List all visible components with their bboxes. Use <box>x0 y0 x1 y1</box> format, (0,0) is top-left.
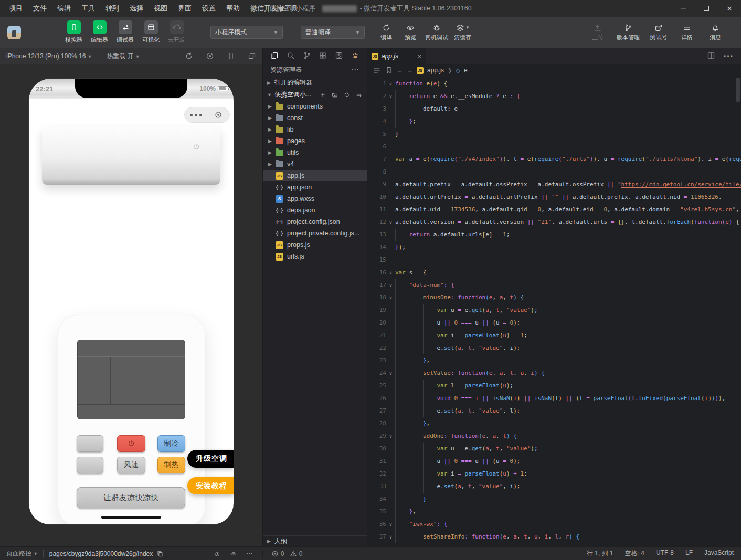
multiwindow-icon[interactable] <box>248 52 256 60</box>
menu-item[interactable]: 界面 <box>173 2 196 15</box>
chevron-right-icon[interactable]: ▶ <box>268 150 275 155</box>
fold-icon[interactable]: ∨ <box>386 292 395 304</box>
code-line[interactable]: 3default: e <box>367 103 741 115</box>
fold-icon[interactable]: ∨ <box>386 266 395 279</box>
status-cursor-position[interactable]: 行 1, 列 1 <box>587 549 613 558</box>
fold-icon[interactable]: ∨ <box>386 531 395 543</box>
editor-scrollbar[interactable] <box>735 77 740 546</box>
minimize-button[interactable]: ─ <box>672 0 695 17</box>
chevron-right-icon[interactable]: ▶ <box>268 104 275 109</box>
tree-file-props.js[interactable]: JSprops.js <box>263 239 367 251</box>
new-file-icon[interactable] <box>319 91 326 99</box>
code-line[interactable]: 30var u = e.get(a, t, "value"); <box>367 443 741 455</box>
outline-section[interactable]: ▶ 大纲 <box>263 535 367 546</box>
maximize-button[interactable] <box>695 0 718 17</box>
code-line[interactable]: 34} <box>367 493 741 505</box>
menu-item[interactable]: 微信开发者工具 <box>246 2 303 15</box>
close-tab-icon[interactable]: × <box>417 52 421 60</box>
code-line[interactable]: 33e.set(a, t, "value", i); <box>367 480 741 493</box>
status-language-mode[interactable]: JavaScript <box>704 549 734 558</box>
menu-item[interactable]: 视图 <box>149 2 172 15</box>
tree-file-app.json[interactable]: {··}app.json <box>263 181 367 193</box>
menu-item[interactable]: 帮助 <box>221 2 245 15</box>
code-line[interactable]: 21var i = parseFloat(u) - 1; <box>367 329 741 342</box>
tree-folder-pages[interactable]: ▶pages <box>263 135 367 147</box>
code-line[interactable]: 7var a = e(require("./v4/index")), t = e… <box>367 153 741 166</box>
fan-speed-button[interactable]: 风速 <box>117 457 145 473</box>
code-line[interactable]: 24∨setValue: function(e, a, t, u, i) { <box>367 367 741 380</box>
toolbar-action[interactable]: 真机调试 <box>422 24 451 41</box>
menu-item[interactable]: 转到 <box>101 2 124 15</box>
code-line[interactable]: 15 <box>367 254 741 266</box>
code-line[interactable]: 28}, <box>367 417 741 430</box>
status-encoding[interactable]: UTF-8 <box>656 549 674 558</box>
mode-button[interactable]: 可视化 <box>138 20 164 44</box>
chevron-right-icon[interactable]: ▶ <box>268 161 275 167</box>
chevron-right-icon[interactable]: ▶ <box>268 127 275 132</box>
collapse-all-icon[interactable] <box>355 91 363 99</box>
fold-icon[interactable]: ∨ <box>386 78 395 90</box>
forward-icon[interactable]: → <box>407 67 413 74</box>
share-button[interactable]: 让群友凉快凉快 <box>77 487 185 508</box>
toolbar-action[interactable]: 消息 <box>703 24 727 41</box>
power-button[interactable] <box>117 435 145 452</box>
code-line[interactable]: 37∨setShareInfo: function(e, a, t, u, i,… <box>367 531 741 543</box>
menu-item[interactable]: 选择 <box>125 2 148 15</box>
more-icon[interactable]: ··· <box>247 550 253 557</box>
heat-button[interactable]: 制热 <box>157 457 185 473</box>
fold-icon[interactable]: ∨ <box>386 518 395 531</box>
code-line[interactable]: 10a.default.urlPrefix = a.default.urlPre… <box>367 191 741 203</box>
device-select[interactable]: iPhone 12/13 (Pro) 100% 16▼ <box>6 52 92 60</box>
hot-reload-toggle[interactable]: 热重载 开▼ <box>107 52 140 61</box>
code-line[interactable]: 6 <box>367 141 741 153</box>
problems-errors[interactable]: 0 <box>271 550 284 557</box>
code-line[interactable]: 26void 0 === i || isNaN(i) || isNaN(l) |… <box>367 392 741 405</box>
code-line[interactable]: 18∨minusOne: function(e, a, t) { <box>367 292 741 304</box>
refresh-icon[interactable] <box>343 91 351 99</box>
user-avatar[interactable] <box>7 26 21 39</box>
project-section[interactable]: ▼ 便携空调小... <box>263 89 367 101</box>
toolbar-action[interactable]: 预览 <box>398 24 422 41</box>
install-tutorial-button[interactable]: 安装教程 <box>187 477 234 494</box>
code-line[interactable]: 29∨addOne: function(e, a, t) { <box>367 430 741 443</box>
back-icon[interactable]: ← <box>397 67 403 74</box>
more-menu-button[interactable] <box>185 114 207 116</box>
code-line[interactable]: 16∨var s = { <box>367 266 741 279</box>
code-line[interactable]: 5} <box>367 128 741 141</box>
tree-file-app.wxss[interactable]: Sapp.wxss <box>263 193 367 204</box>
toolbar-action[interactable]: 详情 <box>675 24 699 41</box>
outline-icon[interactable] <box>373 66 381 74</box>
new-folder-icon[interactable] <box>331 91 338 99</box>
menu-item[interactable]: 设置 <box>197 2 220 15</box>
code-line[interactable]: 17∨"data-num": { <box>367 279 741 292</box>
fold-icon[interactable]: ∨ <box>386 90 395 103</box>
mode-button[interactable]: 编辑器 <box>87 20 112 44</box>
fold-icon[interactable]: ∨ <box>386 216 395 229</box>
tree-file-project.private.config.js...[interactable]: {··}project.private.config.js... <box>263 228 367 239</box>
toolbar-action[interactable]: ▼清缓存 <box>451 24 475 41</box>
more-icon[interactable]: ··· <box>724 51 734 61</box>
upgrade-ac-button[interactable]: 升级空调 <box>187 450 234 468</box>
close-button[interactable]: ✕ <box>718 0 741 17</box>
tree-file-urls.js[interactable]: JSurls.js <box>263 251 367 262</box>
tree-folder-components[interactable]: ▶components <box>263 101 367 112</box>
record-icon[interactable] <box>206 52 214 60</box>
code-line[interactable]: 8 <box>367 166 741 178</box>
status-eol[interactable]: LF <box>685 549 693 558</box>
paw-activity-button[interactable] <box>351 51 359 60</box>
eye-icon[interactable] <box>230 550 237 557</box>
code-line[interactable]: 9a.default.prefix = a.default.ossPrefix … <box>367 178 741 191</box>
code-line[interactable]: 2∨return e && e.__esModule ? e : { <box>367 90 741 103</box>
remote-blank-button-1[interactable] <box>77 435 103 452</box>
fold-icon[interactable]: ∨ <box>386 430 395 443</box>
more-icon[interactable]: ··· <box>352 66 359 73</box>
search-activity-button[interactable] <box>287 51 295 60</box>
copy-icon[interactable] <box>156 550 164 557</box>
split-editor-icon[interactable] <box>707 51 715 60</box>
fold-icon[interactable]: ∨ <box>386 367 395 380</box>
tree-folder-v4[interactable]: ▶v4 <box>263 158 367 170</box>
problems-warnings[interactable]: 0 <box>290 550 303 557</box>
code-editor[interactable]: 1∨function e(e) {2∨return e && e.__esMod… <box>367 77 741 546</box>
menu-item[interactable]: 项目 <box>4 2 27 15</box>
code-line[interactable]: 32var i = parseFloat(u) + 1; <box>367 468 741 480</box>
